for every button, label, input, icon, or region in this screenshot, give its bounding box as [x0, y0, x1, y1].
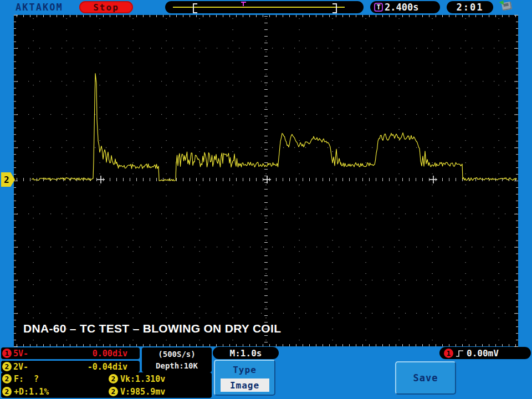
measurement-ch-badge: 2 [109, 374, 118, 383]
trigger-icon: T [374, 3, 383, 12]
channel-2-position-marker[interactable]: 2 [1, 172, 15, 187]
measurement-duty: 2 +D:1.1% [1, 387, 108, 397]
save-button[interactable]: Save [395, 361, 456, 395]
channel-2-readout: 2 2V- -0.04div [1, 361, 140, 372]
channel-2-scale: 2V- [13, 362, 28, 372]
trigger-position-marker-icon[interactable] [241, 2, 246, 3]
trigger-source-badge: 1 [444, 349, 453, 358]
timebase-readout: M:1.0s [213, 347, 279, 359]
usb-disk-icon [502, 2, 512, 11]
memory-bar-line [173, 7, 345, 8]
sample-rate: (500S/s) [158, 349, 195, 360]
measurement-ch-badge: 2 [109, 387, 118, 396]
acquisition-readout: (500S/s) Depth:10K [142, 347, 212, 372]
clock: 2:01 [447, 1, 493, 13]
measurement-vk: 2 Vk:1.310v [108, 374, 212, 384]
trigger-time-readout: T 2.400s [370, 1, 440, 13]
type-button[interactable]: Type Image [214, 360, 275, 396]
trigger-time-value: 2.400s [385, 2, 418, 13]
oscilloscope-screen: AKTAKOM Stop T 2.400s 2:01 2 DNA-60 – TC… [0, 0, 532, 399]
measurements-panel: 2 F: ? 2 Vk:1.310v 2 +D:1.1% 2 V:985.9mv [1, 372, 212, 398]
measurement-frequency: 2 F: ? [1, 374, 108, 384]
measurement-ch-badge: 2 [2, 387, 12, 396]
channel-2-badge: 2 [2, 362, 12, 371]
measurement-ch-badge: 2 [2, 374, 12, 383]
type-value-selected[interactable]: Image [221, 378, 269, 392]
channel-1-scale: 5V- [13, 349, 28, 359]
trigger-level-value: 0.00mV [467, 348, 499, 359]
rising-edge-icon [456, 349, 464, 357]
waveform-display-area [14, 15, 518, 346]
annotation-text: DNA-60 – TC TEST – BLOWING ON DRY COIL [23, 322, 281, 335]
channel-1-badge: 1 [2, 349, 12, 358]
save-button-label: Save [413, 372, 438, 383]
brand-logo: AKTAKOM [16, 2, 63, 13]
run-state-badge: Stop [79, 1, 133, 13]
channel-1-readout: 1 5V- 0.00div [1, 347, 140, 359]
channel-2-offset: -0.04div [88, 362, 127, 372]
window-start-bracket-icon [193, 3, 197, 13]
sample-window-indicator [165, 1, 364, 13]
type-button-label: Type [233, 365, 257, 375]
measurement-voltage: 2 V:985.9mv [108, 387, 212, 397]
memory-depth: Depth:10K [156, 360, 198, 372]
window-end-bracket-icon [332, 3, 337, 13]
channel-1-offset: 0.00div [93, 349, 127, 359]
channel-2-marker-label: 2 [4, 175, 9, 185]
trigger-level-readout: 1 0.00mV [439, 347, 531, 359]
